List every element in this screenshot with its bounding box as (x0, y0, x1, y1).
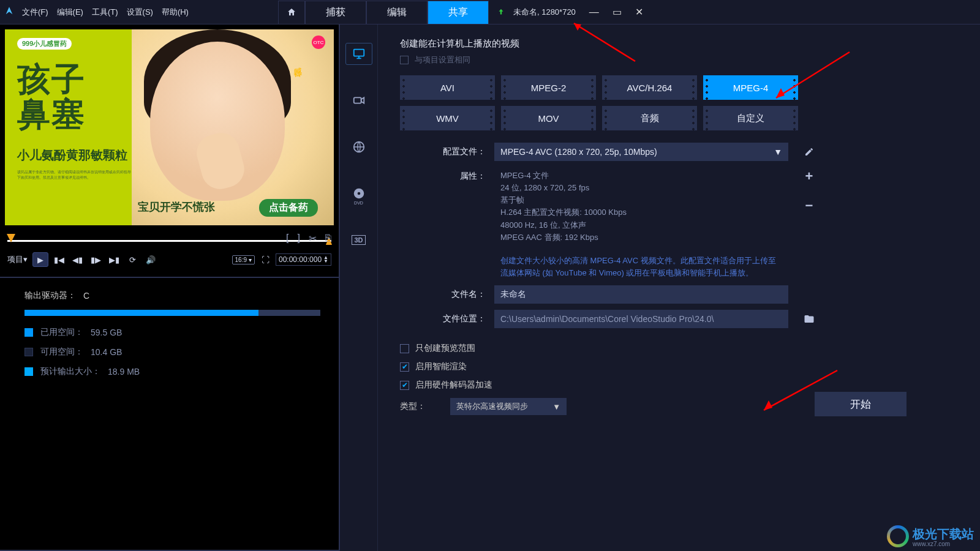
used-swatch-icon (24, 328, 33, 337)
titlebar: 文件(F) 编辑(E) 工具(T) 设置(S) 帮助(H) 捕获 编辑 共享 未… (0, 0, 980, 24)
props-text: MPEG-4 文件 24 位, 1280 x 720, 25 fps 基于帧 H… (494, 167, 788, 249)
ad-fineprint: 该药品属于非处方药物。请仔细阅读说明书并按说明使用或在药师指导下购买和使用。禁忌… (17, 170, 134, 180)
3d-icon: 3D (352, 235, 365, 245)
sidebar-3d[interactable]: 3D (345, 229, 372, 251)
profile-select[interactable]: MPEG-4 AVC (1280 x 720, 25p, 10Mbps) ▼ (494, 143, 788, 161)
mark-in-icon[interactable]: [ (286, 233, 288, 244)
mark-out-icon[interactable]: ] (298, 233, 300, 244)
free-label: 可用空间： (40, 347, 83, 358)
profile-edit-button[interactable] (797, 143, 821, 161)
menubar: 文件(F) 编辑(E) 工具(T) 设置(S) 帮助(H) (18, 7, 192, 18)
format-wmv[interactable]: WMV (400, 106, 495, 130)
maximize-button[interactable]: ▭ (609, 6, 625, 18)
go-start-button[interactable]: ▮◀ (51, 252, 67, 267)
format-audio[interactable]: 音频 (602, 106, 697, 130)
est-swatch-icon (24, 367, 33, 376)
tab-upload[interactable] (489, 1, 513, 24)
sidebar-disc[interactable]: DVD (345, 182, 372, 204)
timecode-display[interactable]: 00:00:00:000▲▼ (276, 253, 331, 266)
format-avc[interactable]: AVC/H.264 (602, 75, 697, 100)
next-frame-button[interactable]: ▮▶ (88, 252, 104, 267)
drive-label: 输出驱动器： (24, 290, 76, 301)
config-grid: 配置文件： MPEG-4 AVC (1280 x 720, 25p, 10Mbp… (400, 143, 943, 328)
minimize-button[interactable]: — (586, 7, 603, 18)
upload-arrow-icon (497, 8, 505, 17)
cut-icon[interactable]: ✂ (309, 233, 317, 244)
type-select[interactable]: 英特尔高速视频同步 ▼ (450, 398, 567, 415)
svg-point-4 (357, 192, 360, 195)
svg-rect-0 (353, 50, 364, 56)
disc-icon (352, 187, 366, 200)
project-name-label: 未命名, 1280*720 (513, 7, 579, 18)
format-mpeg2[interactable]: MPEG-2 (501, 75, 596, 100)
watermark: 极光下载站 www.xz7.com (887, 525, 974, 547)
profile-remove-button[interactable]: − (797, 197, 821, 215)
est-value: 18.9 MB (108, 367, 140, 377)
format-avi[interactable]: AVI (400, 75, 495, 100)
profile-add-button[interactable]: + (797, 167, 821, 186)
share-content: 创建能在计算机上播放的视频 与项目设置相同 AVI MPEG-2 AVC/H.2… (378, 24, 980, 551)
home-icon (287, 7, 296, 17)
smart-render-checkbox[interactable]: ✔ (400, 362, 409, 372)
prev-frame-button[interactable]: ◀▮ (69, 252, 85, 267)
scrub-track (7, 240, 331, 242)
tab-home[interactable] (278, 1, 305, 24)
scrubber[interactable]: [ ] ✂ ⎘ (7, 233, 331, 247)
filepath-input[interactable]: C:\Users\admin\Documents\Corel VideoStud… (494, 310, 788, 328)
snapshot-icon[interactable]: ⎘ (325, 233, 331, 244)
preview-video[interactable]: 宝贝开学不慌张 点击备药 OTC 感 冒 999小儿感冒药 孩子 鼻塞 小儿氨酚… (5, 29, 334, 225)
loop-button[interactable]: ⟳ (124, 252, 140, 267)
menu-help[interactable]: 帮助(H) (162, 7, 189, 18)
browse-folder-button[interactable] (797, 310, 821, 328)
monitor-icon (352, 47, 366, 61)
share-heading: 创建能在计算机上播放的视频 (400, 38, 943, 50)
left-panel: 宝贝开学不慌张 点击备药 OTC 感 冒 999小儿感冒药 孩子 鼻塞 小儿氨酚… (0, 24, 340, 551)
same-as-project-checkbox[interactable] (400, 56, 409, 64)
hw-decode-label: 启用硬件解码器加速 (415, 380, 492, 391)
ad-title: 孩子 鼻塞 (17, 62, 146, 131)
smart-render-label: 启用智能渲染 (415, 361, 467, 372)
drive-usage-bar (24, 310, 320, 316)
watermark-name: 极光下载站 (913, 526, 974, 542)
play-button[interactable]: ▶ (32, 252, 48, 267)
player-mode-label[interactable]: 项目▾ (7, 254, 28, 265)
chevron-down-icon: ▼ (552, 402, 560, 411)
tab-share[interactable]: 共享 (428, 1, 489, 24)
props-label: 属性： (400, 167, 486, 182)
close-button[interactable]: ✕ (631, 6, 647, 18)
player-controls: 项目▾ ▶ ▮◀ ◀▮ ▮▶ ▶▮ ⟳ 🔊 16:9▾ ⛶ 00:00:00:0… (7, 252, 331, 267)
drive-info: 输出驱动器： C 已用空间： 59.5 GB 可用空间： 10.4 GB 预计输… (0, 278, 339, 386)
preview-only-checkbox[interactable] (400, 344, 409, 353)
preview-only-label: 只创建预览范围 (415, 343, 475, 354)
tab-capture[interactable]: 捕获 (305, 1, 366, 24)
type-label: 类型： (400, 401, 426, 412)
aspect-ratio-selector[interactable]: 16:9▾ (232, 255, 255, 264)
volume-button[interactable]: 🔊 (143, 252, 159, 267)
chevron-down-icon: ▼ (774, 147, 782, 157)
format-mov[interactable]: MOV (501, 106, 596, 130)
menu-edit[interactable]: 编辑(E) (57, 7, 83, 18)
sidebar-web[interactable] (345, 136, 372, 158)
hw-decode-checkbox[interactable]: ✔ (400, 381, 409, 390)
menu-settings[interactable]: 设置(S) (127, 7, 153, 18)
menu-file[interactable]: 文件(F) (22, 7, 48, 18)
app-logo-icon (0, 6, 18, 18)
start-button[interactable]: 开始 (815, 392, 907, 416)
format-grid: AVI MPEG-2 AVC/H.264 MPEG-4 WMV MOV 音频 自… (400, 75, 804, 130)
titlebar-right: 未命名, 1280*720 — ▭ ✕ (513, 6, 980, 18)
format-custom[interactable]: 自定义 (703, 106, 798, 130)
menu-tools[interactable]: 工具(T) (92, 7, 118, 18)
used-value: 59.5 GB (91, 328, 122, 337)
right-panel: DVD 3D 创建能在计算机上播放的视频 与项目设置相同 AVI MPEG-2 … (340, 24, 980, 551)
main: 宝贝开学不慌张 点击备药 OTC 感 冒 999小儿感冒药 孩子 鼻塞 小儿氨酚… (0, 24, 980, 551)
go-end-button[interactable]: ▶▮ (106, 252, 122, 267)
filename-input[interactable]: 未命名 (494, 285, 788, 304)
fullscreen-button[interactable]: ⛶ (257, 252, 273, 267)
sidebar-computer[interactable] (345, 43, 372, 65)
ad-brand: 999小儿感冒药 (17, 38, 72, 50)
same-as-project-label: 与项目设置相同 (415, 54, 470, 66)
format-mpeg4[interactable]: MPEG-4 (703, 75, 798, 100)
sidebar-device[interactable] (345, 89, 372, 111)
tab-edit[interactable]: 编辑 (366, 1, 428, 24)
ad-subtitle: 小儿氨酚黄那敏颗粒 (17, 147, 146, 163)
